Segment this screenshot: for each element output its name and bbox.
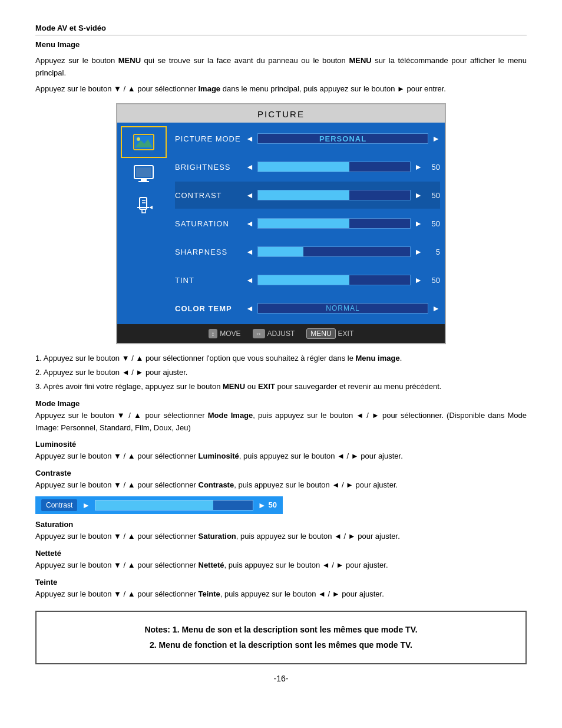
move-button: ↕ MOVE	[209, 329, 241, 338]
sidebar-icon-display	[121, 158, 167, 190]
arrow-right-brightness: ►	[414, 162, 422, 172]
menu-image-title: Menu Image	[35, 40, 527, 49]
menu-row-color-temp: COLOR TEMP ◄ NORMAL ►	[175, 295, 440, 322]
teinte-title: Teinte	[35, 578, 527, 587]
contrast-value-box: ► 50	[258, 500, 277, 510]
arrow-left-contrast: ◄	[246, 190, 254, 200]
row-label-color-temp: COLOR TEMP	[175, 304, 246, 313]
picture-icon	[133, 131, 155, 153]
nettete-paragraph: Appuyez sur le bouton ▼ / ▲ pour sélecti…	[35, 559, 527, 572]
arrow-right-tint: ►	[414, 275, 422, 285]
row-label-sharpness: SHARPNESS	[175, 248, 246, 256]
arrow-right-color-temp: ►	[432, 304, 440, 313]
slider-sharpness	[257, 246, 411, 257]
nettete-title: Netteté	[35, 549, 527, 558]
menu-row-saturation: SATURATION ◄ ► 50	[175, 210, 440, 237]
contrast-bar-arrow-right: ►	[82, 500, 90, 510]
arrow-left-picture-mode: ◄	[246, 134, 254, 143]
display-icon	[133, 163, 155, 185]
row-label-picture-mode: PICTURE MODE	[175, 134, 246, 143]
row-label-tint: TINT	[175, 276, 246, 285]
menu-row-contrast: CONTRAST ◄ ► 50	[175, 182, 440, 209]
row-label-brightness: BRIGHTNESS	[175, 163, 246, 172]
menu-exit-button: MENU EXIT	[306, 328, 353, 339]
slider-brightness	[257, 162, 411, 172]
normal-text: NORMAL	[326, 304, 359, 312]
settings-icon	[133, 195, 155, 217]
personal-text: PERSONAL	[319, 134, 366, 143]
exit-label: EXIT	[338, 330, 354, 338]
slider-fill-brightness	[258, 162, 349, 172]
adjust-button: ↔ ADJUST	[253, 329, 295, 338]
slider-tint	[257, 275, 411, 285]
arrow-right-picture-mode: ►	[432, 134, 440, 143]
section-title: Mode AV et S-vidéo	[35, 24, 527, 32]
divider-top	[35, 35, 527, 35]
row-label-saturation: SATURATION	[175, 219, 246, 228]
move-label: MOVE	[220, 330, 240, 338]
row-control-contrast: ◄ ► 50	[246, 190, 440, 200]
adjust-label: ADJUST	[267, 330, 295, 338]
slider-fill-sharpness	[258, 247, 303, 256]
menu-row-picture-mode: PICTURE MODE ◄ PERSONAL ►	[175, 125, 440, 152]
contraste-paragraph: Appuyez sur le bouton ▼ / ▲ pour sélecti…	[35, 479, 527, 492]
contrast-fill	[95, 500, 213, 510]
menu-row-brightness: BRIGHTNESS ◄ ► 50	[175, 153, 440, 180]
value-tint: 50	[426, 276, 440, 285]
step-1: 1. Appuyez sur le bouton ▼ / ▲ pour séle…	[35, 353, 527, 365]
value-sharpness: 5	[426, 248, 440, 256]
notes-box: Notes: 1. Menu de son et la description …	[35, 611, 527, 664]
teinte-paragraph: Appuyez sur le bouton ▼ / ▲ pour sélecti…	[35, 588, 527, 601]
step-3: 3. Après avoir fini votre réglage, appuy…	[35, 381, 527, 393]
intro-paragraph-2: Appuyez sur le bouton ▼ / ▲ pour sélecti…	[35, 83, 527, 95]
arrow-right-saturation: ►	[414, 219, 422, 228]
contrast-bar-value: 50	[269, 500, 277, 509]
slider-picture-mode: PERSONAL	[257, 133, 428, 144]
svg-point-4	[137, 137, 140, 141]
slider-fill-tint	[258, 275, 349, 285]
slider-fill-contrast	[258, 190, 349, 200]
row-control-saturation: ◄ ► 50	[246, 218, 440, 229]
notes-line-2: 2. Menu de fonction et la description so…	[54, 638, 508, 653]
row-control-color-temp: ◄ NORMAL ►	[246, 303, 440, 314]
slider-saturation	[257, 218, 411, 229]
contrast-bar: Contrast ► ► 50	[35, 496, 283, 514]
luminosite-paragraph: Appuyez sur le bouton ▼ / ▲ pour sélecti…	[35, 450, 527, 463]
saturation-paragraph: Appuyez sur le bouton ▼ / ▲ pour sélecti…	[35, 531, 527, 543]
menu-rows: PICTURE MODE ◄ PERSONAL ► BRIGHTNESS ◄	[170, 123, 445, 324]
bottom-bar: ↕ MOVE ↔ ADJUST MENU EXIT	[117, 324, 445, 343]
svg-rect-7	[141, 179, 147, 181]
slider-contrast	[257, 190, 411, 200]
row-control-brightness: ◄ ► 50	[246, 162, 440, 172]
svg-rect-6	[136, 167, 151, 177]
row-control-tint: ◄ ► 50	[246, 275, 440, 285]
slider-fill-saturation	[258, 219, 349, 228]
value-contrast: 50	[426, 191, 440, 200]
picture-menu-box: PICTURE	[116, 103, 446, 344]
arrow-left-sharpness: ◄	[246, 247, 254, 256]
sidebar-icon-picture	[121, 126, 167, 158]
notes-line-1: Notes: 1. Menu de son et la description …	[54, 622, 508, 637]
luminosite-title: Luminosité	[35, 440, 527, 449]
row-control-picture-mode: ◄ PERSONAL ►	[246, 133, 440, 144]
svg-marker-13	[149, 206, 153, 209]
picture-menu-body: PICTURE MODE ◄ PERSONAL ► BRIGHTNESS ◄	[117, 123, 445, 324]
page-number: -16-	[35, 674, 527, 683]
contrast-bar-label: Contrast	[41, 499, 77, 511]
sidebar-icons	[117, 123, 170, 324]
adjust-icon: ↔	[253, 329, 265, 338]
contraste-title: Contraste	[35, 469, 527, 477]
svg-rect-14	[137, 207, 149, 208]
move-icon: ↕	[209, 329, 218, 338]
contrast-value-arrow: ►	[258, 500, 266, 510]
row-label-contrast: CONTRAST	[175, 191, 246, 200]
menu-row-tint: TINT ◄ ► 50	[175, 266, 440, 294]
section-header: Mode AV et S-vidéo Menu Image	[35, 24, 527, 49]
saturation-title: Saturation	[35, 520, 527, 529]
arrow-left-tint: ◄	[246, 275, 254, 285]
slider-color-temp: NORMAL	[257, 303, 428, 314]
arrow-right-contrast: ►	[414, 190, 422, 200]
mode-image-paragraph: Appuyez sur le bouton ▼ / ▲ pour sélecti…	[35, 410, 527, 434]
svg-rect-8	[138, 181, 149, 182]
mode-image-title: Mode Image	[35, 399, 527, 408]
